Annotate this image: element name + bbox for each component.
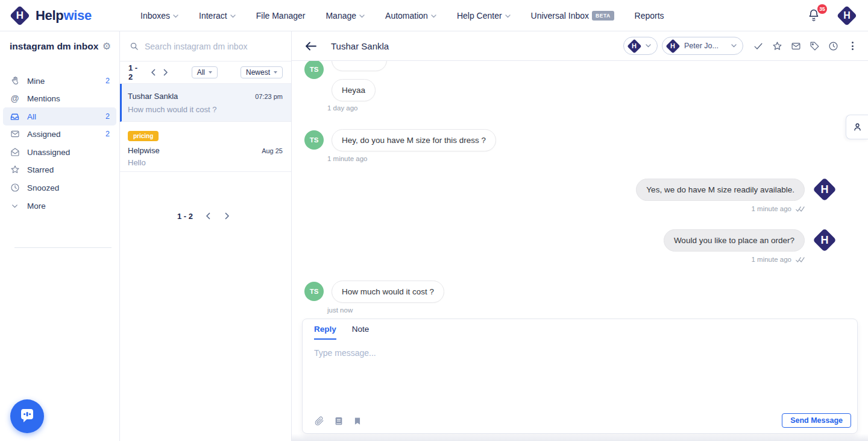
nav-manage[interactable]: Manage bbox=[326, 11, 365, 21]
prev-page-button[interactable] bbox=[148, 66, 158, 79]
clock-icon bbox=[10, 183, 20, 193]
nav-file-manager[interactable]: File Manager bbox=[256, 11, 306, 21]
conversation-item[interactable]: Tushar Sankla 07:23 pm How much would it… bbox=[120, 84, 291, 122]
chat-header: Tushar Sankla H H Peter Jo... bbox=[292, 31, 868, 61]
tab-reply[interactable]: Reply bbox=[314, 325, 336, 340]
attachment-button[interactable] bbox=[314, 416, 324, 426]
chevron-down-icon bbox=[505, 14, 511, 18]
send-message-button[interactable]: Send Message bbox=[782, 413, 851, 428]
templates-button[interactable] bbox=[334, 416, 344, 426]
nav-inboxes[interactable]: Inboxes bbox=[140, 11, 178, 21]
snooze-button[interactable] bbox=[825, 38, 841, 54]
notifications-button[interactable]: 35 bbox=[808, 8, 823, 24]
at-icon: @ bbox=[10, 94, 20, 104]
bookmark-icon bbox=[353, 416, 362, 426]
chevron-down-icon bbox=[10, 201, 20, 211]
pagination-range: 1 - 2 bbox=[128, 63, 140, 81]
chevron-down-icon bbox=[173, 14, 178, 18]
message-input[interactable] bbox=[314, 348, 844, 411]
inbox-title: instagram dm inbox bbox=[10, 41, 98, 52]
count-badge: 2 bbox=[105, 112, 110, 121]
agent-avatar: H bbox=[813, 177, 837, 201]
contact-details-toggle[interactable] bbox=[846, 115, 868, 139]
pagination-range: 1 - 2 bbox=[177, 212, 193, 221]
tag-button[interactable] bbox=[807, 38, 822, 54]
sort-dropdown[interactable]: Newest bbox=[241, 66, 283, 78]
search-bar bbox=[120, 31, 291, 62]
count-badge: 2 bbox=[105, 130, 110, 138]
count-badge: 2 bbox=[105, 77, 110, 85]
status-filter-dropdown[interactable]: All bbox=[192, 66, 218, 78]
message-time: 1 minute ago bbox=[327, 155, 368, 162]
bottom-pagination: 1 - 2 bbox=[120, 209, 291, 223]
chevron-down-icon bbox=[230, 14, 236, 18]
star-icon bbox=[10, 165, 20, 175]
double-check-icon bbox=[795, 206, 805, 212]
inbox-sidebar: instagram dm inbox ⚙ Mine 2 @ Mentions A… bbox=[0, 31, 120, 441]
tag-icon bbox=[810, 41, 820, 51]
sidebar-item-assigned[interactable]: Assigned 2 bbox=[3, 125, 116, 143]
caret-icon bbox=[209, 71, 212, 74]
email-button[interactable] bbox=[788, 38, 804, 54]
conversation-name: Helpwise bbox=[128, 146, 160, 155]
next-page-button[interactable] bbox=[221, 209, 234, 223]
sidebar-header: instagram dm inbox ⚙ bbox=[10, 41, 111, 52]
beta-badge: BETA bbox=[592, 11, 614, 21]
sidebar-item-unassigned[interactable]: Unassigned bbox=[3, 143, 116, 161]
star-icon bbox=[772, 41, 782, 51]
resolve-button[interactable] bbox=[750, 38, 766, 54]
back-button[interactable] bbox=[305, 42, 316, 51]
conversation-name: Tushar Sankla bbox=[128, 92, 178, 101]
star-button[interactable] bbox=[769, 38, 785, 54]
nav-interact[interactable]: Interact bbox=[199, 11, 236, 21]
sidebar-item-all[interactable]: All 2 bbox=[3, 107, 116, 125]
prev-page-button[interactable] bbox=[201, 209, 215, 223]
bottom-shadow bbox=[292, 434, 868, 441]
inbox-selector-dropdown[interactable]: H bbox=[623, 37, 658, 55]
search-icon bbox=[130, 42, 139, 51]
conversation-time: Aug 25 bbox=[262, 147, 283, 154]
chat-contact-name: Tushar Sankla bbox=[331, 41, 623, 51]
helpwise-avatar: H bbox=[627, 39, 641, 53]
message-bubble-partial bbox=[332, 61, 387, 71]
message-bubble-outgoing: Yes, we do have M size readily available… bbox=[636, 179, 805, 201]
message-time: 1 minute ago bbox=[752, 256, 805, 263]
message-bubble: Hey, do you have M size for this dress ? bbox=[332, 129, 496, 151]
composer-tabs: Reply Note bbox=[314, 325, 369, 340]
message-time: just now bbox=[327, 306, 353, 314]
sidebar-item-mine[interactable]: Mine 2 bbox=[3, 72, 116, 90]
sidebar-item-snoozed[interactable]: Snoozed bbox=[3, 179, 116, 197]
main-nav: Inboxes Interact File Manager Manage Aut… bbox=[140, 0, 664, 31]
conversation-time: 07:23 pm bbox=[255, 93, 283, 100]
top-navbar: H Helpwise Inboxes Interact File Manager… bbox=[0, 0, 868, 31]
chat-panel: Tushar Sankla H H Peter Jo... TS Heyaa 1… bbox=[292, 31, 868, 441]
search-input[interactable] bbox=[145, 42, 280, 51]
sidebar-divider bbox=[14, 247, 112, 248]
arrow-left-icon bbox=[305, 42, 316, 51]
assignee-dropdown[interactable]: H Peter Jo... bbox=[662, 37, 743, 55]
message-bubble: How much would it cost ? bbox=[332, 281, 444, 303]
nav-universal-inbox[interactable]: Universal Inbox BETA bbox=[531, 11, 614, 21]
helpwise-logo[interactable]: H Helpwise bbox=[10, 0, 92, 31]
reply-composer: Reply Note Send Message bbox=[302, 319, 858, 434]
gear-icon[interactable]: ⚙ bbox=[102, 42, 111, 51]
profile-menu[interactable]: H bbox=[837, 5, 857, 26]
tab-note[interactable]: Note bbox=[352, 325, 370, 340]
tag-badge: pricing bbox=[128, 131, 159, 141]
customer-avatar: TS bbox=[304, 130, 324, 150]
more-options-button[interactable] bbox=[849, 39, 856, 52]
conversation-list-panel: 1 - 2 All Newest Tushar Sankla 07:23 pm … bbox=[120, 31, 292, 441]
nav-reports[interactable]: Reports bbox=[635, 11, 664, 21]
notification-count-badge: 35 bbox=[817, 4, 827, 14]
chat-widget-button[interactable] bbox=[10, 399, 44, 433]
nav-help-center[interactable]: Help Center bbox=[457, 11, 511, 21]
conversation-preview: Hello bbox=[128, 158, 283, 167]
sidebar-item-more[interactable]: More bbox=[3, 197, 116, 215]
nav-automation[interactable]: Automation bbox=[385, 11, 436, 21]
conversation-item[interactable]: pricing Helpwise Aug 25 Hello bbox=[120, 122, 291, 172]
next-page-button[interactable] bbox=[160, 66, 170, 79]
saved-replies-button[interactable] bbox=[353, 416, 362, 426]
chevron-down-icon bbox=[731, 44, 737, 48]
sidebar-item-starred[interactable]: Starred bbox=[3, 160, 116, 179]
sidebar-item-mentions[interactable]: @ Mentions bbox=[3, 89, 116, 107]
